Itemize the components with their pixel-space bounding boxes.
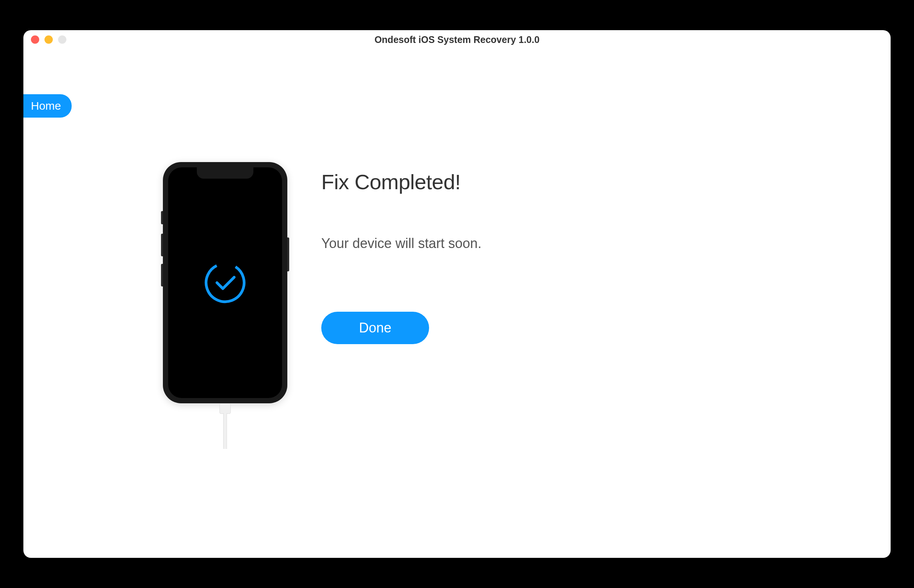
minimize-window-button[interactable] (44, 36, 53, 44)
status-heading: Fix Completed! (321, 170, 482, 194)
done-button-label: Done (359, 320, 391, 336)
status-subtext: Your device will start soon. (321, 236, 482, 251)
phone-side-button (161, 264, 163, 286)
window-title: Ondesoft iOS System Recovery 1.0.0 (374, 34, 540, 45)
phone-notch (197, 167, 253, 179)
phone-screen (168, 167, 282, 398)
checkmark-circle-icon (202, 260, 248, 305)
phone-frame (163, 162, 287, 403)
titlebar: Ondesoft iOS System Recovery 1.0.0 (23, 30, 891, 49)
device-illustration (163, 162, 287, 449)
app-window: Ondesoft iOS System Recovery 1.0.0 Home (23, 30, 891, 558)
done-button[interactable]: Done (321, 312, 429, 344)
main-content: Fix Completed! Your device will start so… (23, 49, 891, 449)
close-window-button[interactable] (31, 36, 39, 44)
traffic-lights (31, 36, 66, 44)
phone-side-button (161, 211, 163, 224)
phone-side-button (161, 234, 163, 256)
usb-cable-icon (221, 403, 230, 449)
home-button-label: Home (31, 100, 61, 112)
info-panel: Fix Completed! Your device will start so… (321, 162, 482, 344)
svg-point-0 (202, 260, 248, 305)
home-button[interactable]: Home (23, 94, 72, 118)
phone-side-button (287, 237, 289, 271)
maximize-window-button[interactable] (58, 36, 66, 44)
